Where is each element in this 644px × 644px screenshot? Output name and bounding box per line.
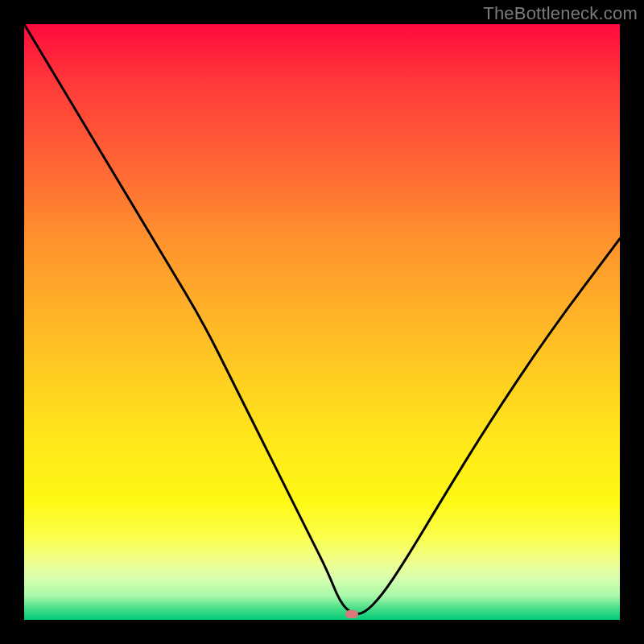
optimum-marker bbox=[345, 610, 358, 618]
bottleneck-curve bbox=[24, 24, 620, 620]
gradient-plot-area bbox=[24, 24, 620, 620]
watermark-text: TheBottleneck.com bbox=[483, 3, 638, 24]
chart-frame: TheBottleneck.com bbox=[0, 0, 644, 644]
